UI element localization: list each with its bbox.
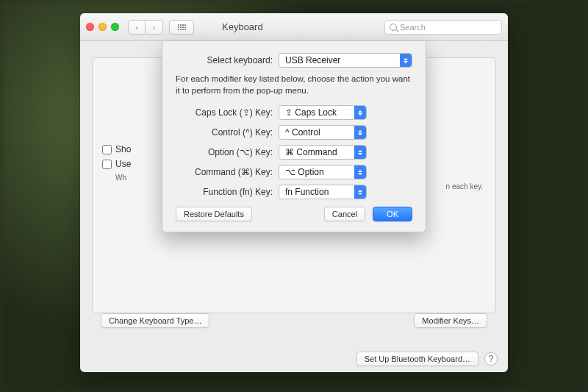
caps-lock-label: Caps Lock (⇪) Key: — [176, 107, 279, 118]
window-controls — [86, 23, 119, 31]
checkbox-row-2[interactable]: Use — [102, 159, 131, 169]
chevron-updown-icon — [354, 106, 366, 119]
ok-button[interactable]: OK — [373, 207, 412, 221]
cancel-button[interactable]: Cancel — [324, 207, 365, 221]
window-title: Keyboard — [222, 21, 263, 32]
window-footer: Set Up Bluetooth Keyboard… ? — [80, 352, 508, 366]
forward-button[interactable]: › — [146, 20, 163, 35]
close-icon[interactable] — [86, 23, 94, 31]
option-label: Option (⌥) Key: — [176, 147, 279, 157]
checkbox-1[interactable] — [102, 145, 112, 154]
select-keyboard-label: Select keyboard: — [176, 55, 279, 65]
background-checkboxes: Sho Use Wh — [102, 144, 131, 182]
help-button[interactable]: ? — [484, 352, 498, 366]
caps-lock-value: ⇪ Caps Lock — [285, 107, 337, 118]
modifier-keys-sheet: Select keyboard: USB Receiver For each m… — [162, 41, 426, 232]
sheet-button-row: Restore Defaults Cancel OK — [176, 207, 412, 221]
restore-defaults-button[interactable]: Restore Defaults — [176, 207, 252, 221]
control-label: Control (^) Key: — [176, 127, 279, 138]
command-value: ⌥ Option — [285, 167, 324, 177]
back-button[interactable]: ‹ — [128, 20, 146, 35]
option-popup[interactable]: ⌘ Command — [279, 145, 367, 160]
setup-bluetooth-button[interactable]: Set Up Bluetooth Keyboard… — [356, 352, 478, 366]
caps-lock-popup[interactable]: ⇪ Caps Lock — [279, 105, 367, 120]
chevron-updown-icon — [354, 146, 366, 159]
chevron-updown-icon — [400, 54, 412, 67]
search-placeholder: Search — [400, 23, 426, 32]
function-popup[interactable]: fn Function — [279, 185, 367, 199]
sheet-description: For each modifier key listed below, choo… — [176, 74, 412, 96]
chevron-updown-icon — [354, 185, 366, 199]
checkbox-2-label: Use — [115, 159, 131, 169]
chevron-updown-icon — [354, 126, 366, 139]
checkbox-row-1[interactable]: Sho — [102, 144, 131, 154]
search-input[interactable]: Search — [384, 20, 502, 35]
control-popup[interactable]: ^ Control — [279, 125, 367, 140]
control-value: ^ Control — [285, 127, 320, 138]
checkbox-2[interactable] — [102, 160, 112, 169]
checkbox-1-label: Sho — [115, 144, 131, 154]
show-all-button[interactable] — [169, 20, 194, 35]
minimize-icon[interactable] — [98, 23, 107, 31]
chevron-updown-icon — [354, 165, 366, 179]
nav-back-forward: ‹ › — [128, 20, 163, 35]
zoom-icon[interactable] — [111, 23, 119, 31]
function-label: Function (fn) Key: — [176, 187, 279, 197]
preferences-window: ‹ › Keyboard Search Sho Use — [80, 13, 508, 372]
select-keyboard-value: USB Receiver — [285, 55, 340, 65]
option-value: ⌘ Command — [285, 147, 337, 157]
function-value: fn Function — [285, 187, 329, 197]
titlebar: ‹ › Keyboard Search — [80, 13, 508, 41]
command-popup[interactable]: ⌥ Option — [279, 165, 367, 179]
modifier-keys-button[interactable]: Modifier Keys… — [414, 313, 487, 328]
change-keyboard-type-button[interactable]: Change Keyboard Type… — [101, 313, 209, 328]
checkbox-2-hint-right: n each key. — [446, 182, 483, 190]
tab-bottom-buttons: Change Keyboard Type… Modifier Keys… — [101, 313, 487, 328]
search-icon — [390, 24, 397, 31]
grid-icon — [178, 24, 186, 30]
command-label: Command (⌘) Key: — [176, 167, 279, 177]
modifier-key-rows: Caps Lock (⇪) Key: ⇪ Caps Lock Control (… — [176, 105, 412, 199]
checkbox-2-hint-left: Wh — [115, 174, 131, 182]
select-keyboard-popup[interactable]: USB Receiver — [279, 53, 412, 68]
